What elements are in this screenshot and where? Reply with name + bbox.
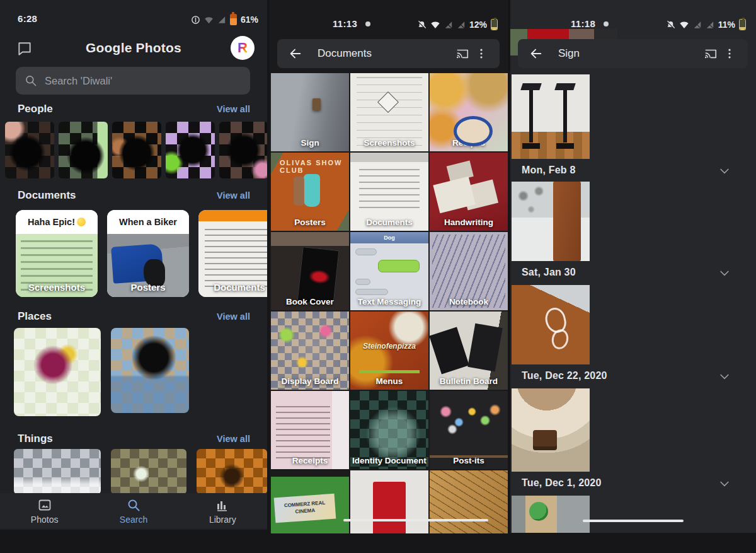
people-view-all-link[interactable]: View all xyxy=(217,104,250,114)
tile-documents[interactable]: Documents xyxy=(350,153,428,231)
things-section-header: Things View all xyxy=(18,433,250,445)
cast-button[interactable] xyxy=(453,44,472,63)
places-view-all-link[interactable]: View all xyxy=(217,311,250,322)
chevron-down-icon[interactable] xyxy=(717,267,732,279)
screenshot-collage: 6:28 61% Google Photos R Search 'Diwali'… xyxy=(0,0,756,553)
person-thumbnail[interactable] xyxy=(59,122,108,178)
chevron-down-icon[interactable] xyxy=(717,477,732,490)
place-thumbnail[interactable] xyxy=(14,328,101,416)
category-card-documents[interactable]: Documents xyxy=(198,210,267,297)
category-card-posters[interactable]: When a Biker Posters xyxy=(107,210,189,297)
tab-library[interactable]: Library xyxy=(178,493,267,528)
speaker-stand xyxy=(554,83,576,149)
tile-posters[interactable]: OLIVAS SHOW CLUBPosters xyxy=(271,153,349,231)
chevron-down-icon[interactable] xyxy=(717,370,732,383)
photo-advent-calendar[interactable] xyxy=(512,496,590,533)
gesture-bar[interactable] xyxy=(583,520,684,522)
people-row xyxy=(5,122,267,178)
tile-label: Display Board xyxy=(272,376,348,386)
photos-icon xyxy=(37,498,52,513)
tile-handwriting[interactable]: Handwriting xyxy=(430,153,508,231)
tile-photo[interactable] xyxy=(430,470,508,533)
photo-graffiti-wall[interactable] xyxy=(512,285,590,364)
tile-menus[interactable]: SteinofenpizzaMenus xyxy=(350,311,428,390)
card-label: Documents xyxy=(198,282,267,293)
tab-label: Photos xyxy=(31,515,59,525)
tile-sign[interactable]: Sign xyxy=(271,73,349,151)
cast-button[interactable] xyxy=(701,44,720,63)
cast-icon xyxy=(455,47,470,61)
places-title: Places xyxy=(18,310,52,323)
person-thumbnail[interactable] xyxy=(5,122,54,178)
person-thumbnail[interactable] xyxy=(166,122,215,178)
back-button[interactable] xyxy=(527,44,546,63)
tile-notebook[interactable]: Notebook xyxy=(430,232,508,310)
account-avatar[interactable]: R xyxy=(231,36,255,60)
status-time: 6:28 xyxy=(18,13,37,24)
sms-bubble xyxy=(378,260,420,272)
people-title: People xyxy=(18,103,53,115)
kebab-menu-icon xyxy=(723,47,736,60)
tile-receipts[interactable]: Receipts xyxy=(271,391,349,469)
tile-text-messaging[interactable]: DogText Messaging xyxy=(350,232,428,310)
places-row xyxy=(14,328,189,416)
search-icon xyxy=(126,498,141,513)
back-arrow-icon xyxy=(289,47,302,61)
bottom-navigation: Photos Search Library xyxy=(0,493,267,528)
more-options-button[interactable] xyxy=(472,44,491,63)
header: Google Photos R xyxy=(0,35,267,64)
tile-identity-document[interactable]: Identity Document xyxy=(350,391,428,469)
thing-thumbnail[interactable] xyxy=(111,449,186,494)
date-group-row: Sat, Jan 30 xyxy=(510,261,756,285)
tab-search[interactable]: Search xyxy=(89,493,178,528)
tile-screenshots[interactable]: Screenshots xyxy=(350,73,428,151)
card-header-text: Haha Epic! xyxy=(28,217,75,227)
tile-photo[interactable]: COMMERZ REAL CINEMA xyxy=(271,470,349,533)
person-thumbnail[interactable] xyxy=(219,122,267,178)
wifi-icon xyxy=(204,16,214,24)
places-section-header: Places View all xyxy=(18,310,250,323)
photo-snow-street[interactable] xyxy=(512,182,590,261)
photo-text: OLIVAS SHOW CLUB xyxy=(280,159,349,174)
alarm-dot-icon xyxy=(365,21,370,26)
battery-percent: 11% xyxy=(718,20,735,30)
category-card-screenshots[interactable]: Haha Epic! Screenshots xyxy=(16,210,98,297)
chevron-down-icon[interactable] xyxy=(717,165,732,177)
tab-photos[interactable]: Photos xyxy=(0,493,89,528)
things-row xyxy=(14,449,267,494)
screen-title: Documents xyxy=(318,47,453,60)
things-title: Things xyxy=(18,433,53,445)
signal-icon xyxy=(217,16,226,24)
photo-brownie-tray[interactable] xyxy=(512,388,590,472)
gesture-bar[interactable] xyxy=(343,519,488,521)
tile-bulletin-board[interactable]: Bulletin Board xyxy=(430,311,508,390)
speaker-stand xyxy=(520,83,542,149)
photo-speaker-stands[interactable] xyxy=(512,74,590,159)
tile-book-cover[interactable]: Book Cover xyxy=(271,232,349,310)
documents-view-all-link[interactable]: View all xyxy=(217,190,250,201)
thing-thumbnail[interactable] xyxy=(197,449,267,494)
tile-display-board[interactable]: Display Board xyxy=(271,311,349,390)
signal-crossed-icon xyxy=(693,21,702,29)
laughing-emoji-icon xyxy=(77,218,86,226)
signal-crossed-icon xyxy=(444,21,453,29)
search-input[interactable]: Search 'Diwali' xyxy=(16,67,250,95)
data-saver-icon xyxy=(191,15,200,25)
tile-label: Receipts xyxy=(272,456,348,465)
date-group-row: Tue, Dec 1, 2020 xyxy=(510,472,756,496)
app-title: Google Photos xyxy=(0,40,267,55)
battery-icon xyxy=(491,19,498,30)
tile-post-its[interactable]: Post-its xyxy=(430,391,508,469)
tab-label: Search xyxy=(120,515,147,525)
documents-category-screen: 11:13 12% Documents Sig xyxy=(270,0,508,533)
thing-thumbnail[interactable] xyxy=(14,449,101,494)
more-options-button[interactable] xyxy=(720,44,739,63)
tile-photo[interactable] xyxy=(350,470,428,533)
back-button[interactable] xyxy=(286,44,305,63)
tile-recipes[interactable]: Recipes xyxy=(430,73,508,151)
tile-label: Sign xyxy=(272,138,348,148)
card-header-text: When a Biker xyxy=(119,217,177,227)
place-thumbnail[interactable] xyxy=(111,328,189,413)
things-view-all-link[interactable]: View all xyxy=(217,434,250,444)
person-thumbnail[interactable] xyxy=(112,122,161,178)
